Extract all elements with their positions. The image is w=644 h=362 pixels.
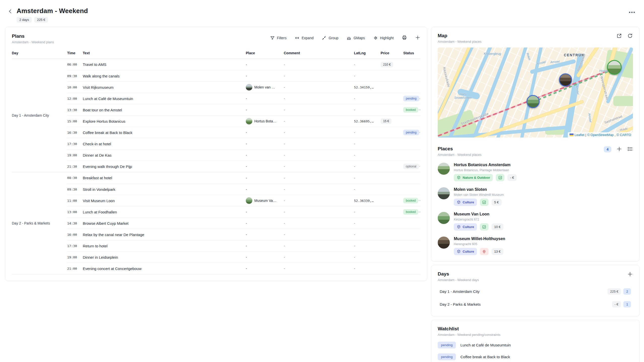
marker-museum-van-loon[interactable] bbox=[527, 95, 540, 108]
checklist-icon bbox=[627, 146, 633, 152]
status-badge: booked bbox=[403, 209, 418, 215]
table-row[interactable]: 15:00 Explore Hortus Botanicus Hortus Bo… bbox=[67, 115, 420, 127]
filters-button[interactable]: Filters bbox=[270, 35, 287, 40]
plus-icon bbox=[627, 271, 633, 277]
plan-text: Breakfast at hotel bbox=[83, 176, 246, 180]
status-badge: pending bbox=[403, 130, 419, 135]
carto-link[interactable]: © CARTO bbox=[617, 133, 631, 137]
plan-time: 08:30 bbox=[67, 176, 83, 180]
places-list-view-button[interactable] bbox=[627, 146, 633, 153]
plan-place-name: - bbox=[246, 63, 247, 67]
table-row[interactable]: 17:30 Check-in at hotel - - - bbox=[67, 138, 420, 149]
place-category-tag: Culture bbox=[454, 199, 477, 206]
ukraine-flag-icon bbox=[570, 133, 574, 136]
plan-place-cell: - bbox=[246, 130, 284, 134]
osm-link[interactable]: © OpenStreetMap bbox=[587, 133, 614, 137]
add-day-button[interactable] bbox=[627, 271, 633, 278]
highlight-button[interactable]: Highlight bbox=[373, 35, 394, 40]
table-row[interactable]: 09:30 Stroll in Vondelpark - - - bbox=[67, 184, 420, 195]
plan-comment: - bbox=[284, 108, 354, 112]
plan-latlng: - bbox=[354, 221, 381, 225]
place-item[interactable]: Molen van Sloten Molen van Sloten Windmi… bbox=[438, 187, 633, 206]
marker-hortus[interactable] bbox=[607, 60, 622, 75]
place-marker-badge bbox=[480, 248, 489, 255]
plan-latlng: - bbox=[354, 74, 381, 78]
attribution-separator: | bbox=[585, 133, 586, 137]
table-row[interactable]: 16:00 Relax by the canal near De Plantag… bbox=[67, 229, 420, 240]
leaflet-map[interactable]: KrijtbergbrugRokinAmstelAmstelCENTRUMWat… bbox=[438, 48, 633, 138]
print-button[interactable] bbox=[402, 35, 407, 41]
plan-place-name: - bbox=[246, 221, 247, 225]
table-row[interactable]: 14:30 Browse Albert Cuyp Market - - - bbox=[67, 217, 420, 229]
plan-latlng: - bbox=[354, 233, 381, 237]
plan-status: booked bbox=[403, 107, 420, 113]
trip-planner-page: Amsterdam - Weekend 2 days225 € Plans Am… bbox=[0, 0, 644, 362]
marker-museum-willet[interactable] bbox=[559, 73, 572, 86]
plan-place-cell: - bbox=[246, 187, 284, 191]
place-address: Herengracht 605 bbox=[454, 242, 505, 246]
day-list-item[interactable]: Day 1 - Amsterdam City 225 € 2 bbox=[438, 286, 633, 297]
header-badge: 2 days bbox=[17, 17, 32, 23]
place-item[interactable]: Museum Van Loon Keizersgracht 672 Cultur… bbox=[438, 212, 633, 231]
table-row[interactable]: 13:00 Lunch at Foodhallen - - - booked bbox=[67, 206, 420, 217]
status-badge: booked bbox=[403, 107, 418, 113]
plan-time: 14:30 bbox=[67, 221, 83, 225]
leaflet-link[interactable]: Leaflet bbox=[575, 133, 584, 137]
gmaps-button[interactable]: GMaps bbox=[346, 35, 365, 40]
map-refresh-button[interactable] bbox=[627, 33, 633, 39]
plan-text: Evening walk through De Pijp bbox=[83, 164, 246, 169]
overflow-menu-button[interactable] bbox=[629, 11, 635, 14]
expand-button[interactable]: Expand bbox=[295, 35, 313, 40]
plan-text: Visit Rijksmuseum bbox=[83, 85, 246, 89]
table-row[interactable]: 08:30 Breakfast at hotel - - - bbox=[67, 172, 420, 184]
plan-latlng: - bbox=[354, 266, 381, 270]
map-fullscreen-button[interactable] bbox=[616, 33, 622, 39]
plan-text: Return to hotel bbox=[83, 244, 246, 248]
header-badge: 225 € bbox=[34, 17, 48, 23]
plan-place-name: - bbox=[246, 266, 247, 270]
table-row[interactable]: 06:00 Travel to AMS - - - 210 € bbox=[67, 59, 420, 70]
table-row[interactable]: 09:30 Walk along the canals - - - bbox=[67, 70, 420, 81]
add-plan-button[interactable] bbox=[415, 35, 420, 41]
place-avatar bbox=[246, 84, 252, 90]
table-row[interactable]: 13:30 Boat tour on the Amstel - - - book… bbox=[67, 104, 420, 115]
column-header: LatLng bbox=[354, 51, 381, 55]
table-row[interactable]: 12:00 Lunch at Café de Museumtuin - - - … bbox=[67, 93, 420, 104]
table-row[interactable]: 10:00 Visit Rijksmuseum Molen van … - 52… bbox=[67, 81, 420, 93]
table-row[interactable]: 21:00 Evening concert at Concertgebouw -… bbox=[67, 263, 420, 274]
places-subtitle: Amsterdam - Weekend places bbox=[438, 153, 481, 157]
table-row[interactable]: 21:30 Evening walk through De Pijp - - -… bbox=[67, 161, 420, 172]
days-list: Day 1 - Amsterdam City 225 € 2 Day 2 - P… bbox=[438, 286, 633, 310]
plan-status: pending bbox=[403, 96, 420, 101]
attribution-comma: , bbox=[615, 133, 616, 137]
plan-time: 11:00 bbox=[67, 199, 83, 203]
days-header: Days Amsterdam - Weekend days bbox=[438, 271, 633, 282]
group-button[interactable]: Group bbox=[321, 35, 338, 40]
place-item[interactable]: Museum Willet-Holthuysen Herengracht 605… bbox=[438, 237, 633, 255]
table-row[interactable]: 19:00 Dinner at De Kas - - - bbox=[67, 149, 420, 161]
watchlist-item[interactable]: pending Lunch at Café de Museumtuin bbox=[438, 342, 633, 348]
plan-comment: - bbox=[284, 153, 354, 157]
map-subtitle: Amsterdam - Weekend places bbox=[438, 40, 481, 43]
ellipsis-icon bbox=[629, 11, 635, 14]
plan-place-name: Molen van … bbox=[254, 85, 275, 89]
cube-icon bbox=[457, 200, 461, 204]
watchlist-item[interactable]: pending Coffee break at Back to Black bbox=[438, 353, 633, 360]
place-avatar bbox=[246, 118, 252, 124]
map-park bbox=[613, 96, 633, 106]
table-row[interactable]: 19:00 Dinner in Leidseplein - - - bbox=[67, 251, 420, 263]
table-row[interactable]: 17:30 Return to hotel - - - bbox=[67, 240, 420, 251]
plan-text: Evening concert at Concertgebouw bbox=[83, 266, 246, 271]
plan-text: Travel to AMS bbox=[83, 62, 246, 67]
table-row[interactable]: 11:00 Visit Museum Loon Museum Va… - 52.… bbox=[67, 195, 420, 206]
place-item[interactable]: Hortus Botanicus Amsterdam Hortus Botani… bbox=[438, 163, 633, 181]
back-button[interactable] bbox=[8, 9, 13, 15]
places-header: Places Amsterdam - Weekend places 4 bbox=[438, 146, 633, 157]
add-place-button[interactable] bbox=[616, 146, 622, 153]
day-list-item[interactable]: Day 2 - Parks & Markets - € 1 bbox=[438, 299, 633, 310]
plan-place-cell: Molen van … bbox=[246, 84, 284, 90]
table-row[interactable]: 16:30 Coffee break at Back to Black - - … bbox=[67, 127, 420, 138]
page-header: Amsterdam - Weekend 2 days225 € bbox=[0, 0, 644, 27]
map-header: Map Amsterdam - Weekend places bbox=[438, 33, 633, 43]
plans-card: Plans Amsterdam - Weekend plans FiltersE… bbox=[5, 27, 427, 281]
